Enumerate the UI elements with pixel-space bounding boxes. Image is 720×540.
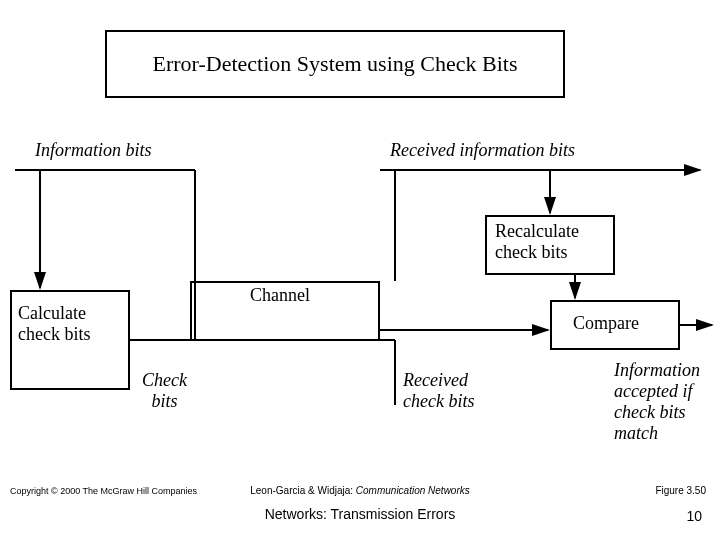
- title-box: Error-Detection System using Check Bits: [105, 30, 565, 98]
- page-number: 10: [686, 508, 702, 524]
- recalculate-label: Recalculate check bits: [495, 221, 579, 263]
- figure-number: Figure 3.50: [655, 485, 706, 496]
- received-check-bits-label: Received check bits: [403, 370, 474, 412]
- footer-subtitle: Networks: Transmission Errors: [0, 506, 720, 522]
- information-bits-label: Information bits: [35, 140, 152, 161]
- citation-authors: Leon-Garcia & Widjaja:: [250, 485, 353, 496]
- accepted-label: Information accepted if check bits match: [614, 360, 700, 444]
- received-information-bits-label: Received information bits: [390, 140, 575, 161]
- check-bits-label: Check bits: [142, 370, 187, 412]
- channel-label: Channel: [250, 285, 310, 306]
- compare-label: Compare: [573, 313, 639, 334]
- citation-title: Communication Networks: [356, 485, 470, 496]
- title-text: Error-Detection System using Check Bits: [153, 51, 518, 77]
- calculate-label: Calculate check bits: [18, 303, 90, 345]
- citation: Leon-Garcia & Widjaja: Communication Net…: [0, 485, 720, 496]
